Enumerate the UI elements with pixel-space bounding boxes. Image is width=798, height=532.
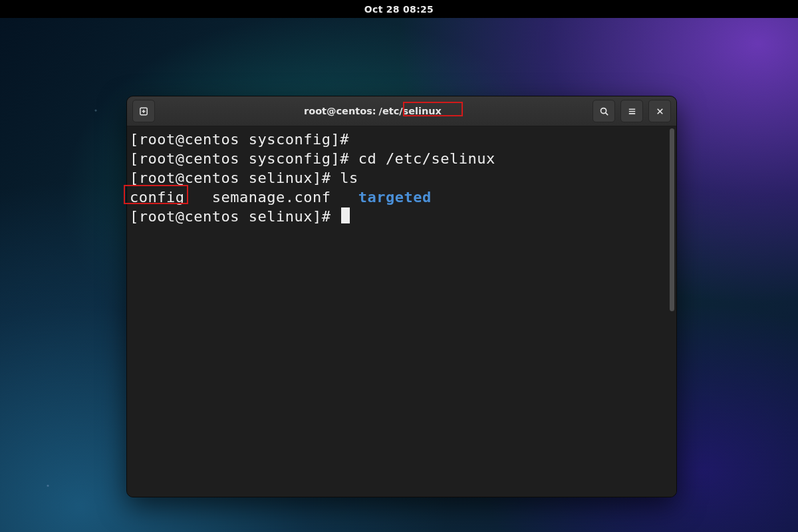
menu-button[interactable] [620, 100, 643, 122]
title-user-host: root@centos: [304, 106, 376, 116]
ls-item-semanage: semanage.conf [212, 189, 331, 205]
terminal-output[interactable]: [root@centos sysconfig]# [root@centos sy… [127, 126, 668, 497]
svg-line-4 [605, 112, 607, 114]
terminal-titlebar[interactable]: root@centos: /etc/selinux [127, 96, 676, 126]
prompt: [root@centos sysconfig]# [130, 131, 358, 148]
desktop-wallpaper: root@centos: /etc/selinux [0, 18, 798, 532]
new-tab-button[interactable] [132, 100, 155, 122]
new-tab-icon [139, 106, 149, 116]
terminal-body[interactable]: [root@centos sysconfig]# [root@centos sy… [127, 126, 676, 497]
ls-item-targeted: targeted [358, 189, 432, 205]
search-icon [599, 106, 609, 116]
scrollbar-thumb[interactable] [670, 128, 674, 311]
clock-label: Oct 28 08:25 [364, 4, 434, 15]
terminal-window: root@centos: /etc/selinux [126, 96, 677, 497]
title-path: /etc/selinux [377, 106, 444, 117]
command-text: cd /etc/selinux [358, 150, 495, 167]
cursor-block [341, 207, 350, 223]
prompt: [root@centos sysconfig]# [130, 150, 358, 167]
scrollbar[interactable] [668, 126, 676, 497]
svg-point-3 [600, 108, 606, 113]
ls-item-config: config [130, 189, 184, 205]
close-button[interactable] [648, 100, 671, 122]
hamburger-menu-icon [627, 106, 637, 116]
close-icon [655, 106, 665, 116]
prompt: [root@centos selinux]# [130, 208, 340, 225]
prompt: [root@centos selinux]# [130, 170, 340, 186]
gnome-top-bar[interactable]: Oct 28 08:25 [0, 0, 798, 18]
command-text: ls [340, 170, 358, 186]
search-button[interactable] [593, 100, 615, 122]
window-title: root@centos: /etc/selinux [160, 106, 587, 117]
